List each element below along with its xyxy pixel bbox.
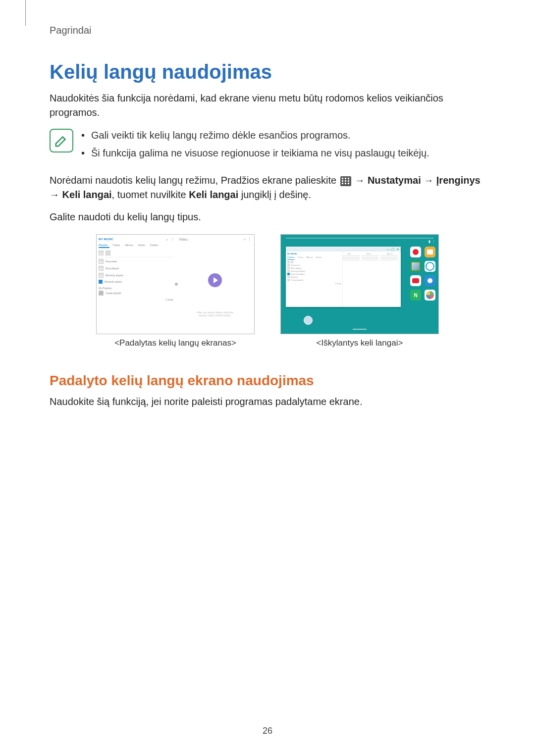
col: Title [347, 252, 351, 255]
app-icon [425, 275, 435, 286]
song-count: 1 song [287, 282, 341, 285]
note-item: Ši funkcija galima ne visuose regionuose… [81, 146, 429, 160]
figure-split: MY MUSIC ⌕ ⋮ Playlists Tracks Albums Art… [96, 234, 255, 348]
row-placeholder [342, 258, 398, 259]
app-icon [425, 247, 435, 257]
list-item: Most played [97, 265, 176, 272]
menu-icon: ⋮ [171, 238, 174, 241]
app-icon [410, 247, 421, 257]
screenshot-popup: ▮ ⋮ — ▢ ✕ MY MUSIC Playlists Tracks [280, 234, 439, 334]
note-icon [50, 129, 73, 152]
tab: Artists [316, 256, 321, 258]
list-item: Create playlist [287, 279, 341, 281]
bold-irenginys: Įrenginys [436, 175, 481, 186]
popup-window: — ▢ ✕ MY MUSIC Playlists Tracks Albums A… [286, 247, 401, 307]
app-icon [410, 275, 421, 286]
music-title: MY MUSIC [287, 252, 341, 255]
tab: Playlists [287, 256, 295, 258]
column-headers: Title Artist Album [339, 252, 401, 255]
tab-underline [99, 247, 109, 248]
text: jungiklį į dešinę. [238, 189, 311, 200]
instruction-paragraph: Norėdami naudotis kelių langų režimu, Pr… [50, 173, 485, 202]
split-handle-icon [175, 283, 178, 286]
sub-body: Naudokite šią funkciją, jei norite palei… [50, 395, 485, 409]
tab-underline [287, 259, 294, 260]
app-icon [410, 261, 421, 272]
tab-albums: Albums [125, 244, 133, 247]
label: Most played [106, 267, 119, 270]
label: Favourites [291, 264, 300, 266]
menu-icon: ⋮ [248, 237, 251, 241]
apps-grid-icon [340, 176, 351, 186]
list-item: Create playlist [97, 290, 176, 297]
tab: Albums [307, 256, 313, 258]
battery-icon: ▮ [428, 240, 430, 244]
thumb-icon [99, 266, 104, 271]
col: Artist [367, 252, 371, 255]
types-line: Galite naudoti du kelių langų tipus. [50, 210, 485, 224]
dock-indicator [353, 329, 367, 330]
list-item [287, 261, 341, 263]
popup-titlebar: — ▢ ✕ [286, 247, 401, 252]
page-title: Kelių langų naudojimas [50, 61, 485, 83]
list-item: Most played [287, 267, 341, 269]
shuffle-icon [99, 251, 104, 255]
list-item: Recently added [287, 273, 341, 275]
bold-keli-langai-2: Keli langai [189, 189, 238, 200]
text: → [50, 189, 62, 200]
list-item: Favourites [97, 258, 176, 265]
row-placeholder [342, 255, 398, 256]
note-item: Gali veikti tik kelių langų režimo dėkle… [81, 128, 429, 143]
tab-folders: Folders [150, 244, 159, 247]
popup-left: MY MUSIC Playlists Tracks Albums Artists… [286, 252, 343, 307]
row-placeholder [342, 260, 398, 260]
left-margin-rule [25, 0, 26, 26]
split-left-pane: MY MUSIC ⌕ ⋮ Playlists Tracks Albums Art… [97, 235, 176, 334]
list-item: Recently added [97, 279, 176, 285]
label: Create playlist [291, 279, 303, 281]
menu-icon: ⋮ [432, 240, 435, 244]
page-number: 26 [0, 726, 535, 736]
text: , tuomet nuvilkite [112, 189, 189, 200]
subheading: Padalyto kelių langų ekrano naudojimas [50, 373, 485, 389]
bold-nustatymai: Nustatymai [368, 175, 421, 186]
label: Most played [291, 267, 302, 269]
text: Norėdami naudotis kelių langų režimu, Pr… [50, 175, 339, 186]
list-item: Favourites [287, 264, 341, 266]
figure-row: MY MUSIC ⌕ ⋮ Playlists Tracks Albums Art… [50, 234, 485, 348]
search-icon: ⌕ [244, 237, 246, 241]
list-item: Recently played [97, 272, 176, 279]
row-shuffle [97, 250, 176, 256]
play-icon [208, 273, 222, 287]
song-count: 1 song [97, 297, 176, 302]
video-header: Video ⌕ ⋮ [176, 235, 254, 244]
bold-keli-langai: Keli langai [62, 189, 112, 200]
note-block: Gali veikti tik kelių langų režimo dėkle… [50, 128, 485, 163]
statusbar-line [286, 238, 433, 239]
pencil-note-icon [54, 133, 69, 148]
list-item: Recently played [287, 270, 341, 272]
music-tabs: Playlists Tracks Albums Artists Folders [97, 244, 176, 247]
app-icon [425, 290, 435, 301]
thumb-icon [99, 273, 104, 278]
thumb-icon [99, 259, 104, 264]
tab-artists: Artists [138, 244, 145, 247]
caption-popup: <Iškylantys keli langai> [317, 338, 403, 348]
tab: Tracks [298, 256, 304, 258]
close-icon: ✕ [396, 248, 399, 251]
video-hint: After you record videos using the camera… [176, 311, 254, 317]
col: Album [387, 252, 393, 255]
note-list: Gali veikti tik kelių langų režimo dėkle… [81, 128, 429, 163]
text: → [421, 175, 436, 186]
minimize-icon: — [386, 248, 390, 251]
split-left-header: MY MUSIC ⌕ ⋮ [97, 235, 176, 244]
maximize-icon: ▢ [391, 248, 395, 251]
figure-popup: ▮ ⋮ — ▢ ✕ MY MUSIC Playlists Tracks [280, 234, 439, 348]
row-placeholder [342, 257, 398, 257]
hint-line: camera, videos will be shown. [176, 314, 254, 317]
search-icon: ⌕ [166, 238, 169, 241]
section-label: My Playlists [287, 276, 341, 278]
label: Recently added [291, 273, 305, 275]
popup-right: Title Artist Album [339, 252, 401, 307]
video-title: Video [179, 238, 188, 241]
